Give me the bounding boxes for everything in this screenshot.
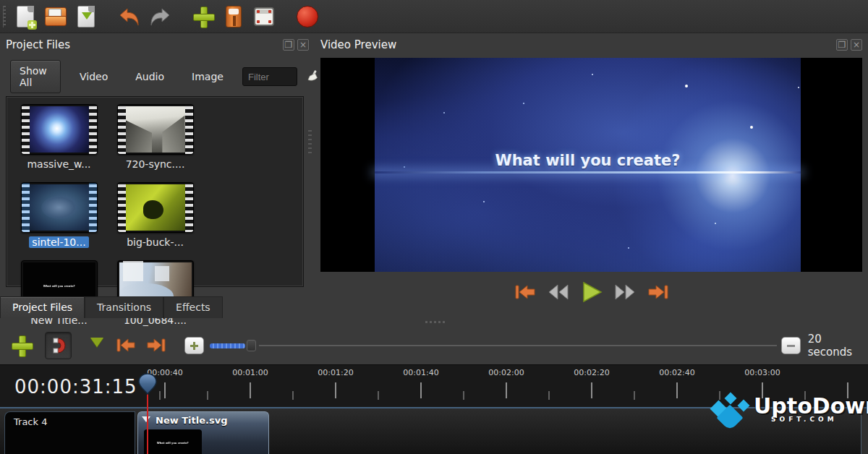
previous-marker-icon <box>115 337 137 354</box>
zoom-slider-filled[interactable] <box>210 343 245 348</box>
project-files-title: Project Files <box>6 38 70 51</box>
save-project-icon <box>77 6 95 27</box>
timeline-toolbar: 20 seconds <box>0 327 868 364</box>
uptodown-watermark: UptoDown SOFT.COM <box>710 393 868 434</box>
save-project-button[interactable] <box>72 3 100 30</box>
uptodown-logo-icon <box>710 393 752 434</box>
tab-audio[interactable]: Audio <box>127 67 173 87</box>
close-panel-icon[interactable]: × <box>851 39 862 51</box>
preview-video-frame-art: What will you create? <box>375 58 801 272</box>
rewind-icon <box>548 283 569 301</box>
add-track-icon <box>12 335 32 356</box>
snapping-toggle-button[interactable] <box>45 332 72 359</box>
dock-tab-project-files[interactable]: Project Files <box>0 296 85 318</box>
export-video-icon <box>297 6 318 27</box>
file-name-selected: sintel-10... <box>29 236 88 248</box>
tab-image[interactable]: Image <box>183 67 232 87</box>
magnet-icon <box>49 336 68 355</box>
file-card[interactable]: big-buck-... <box>107 182 203 260</box>
playhead-line <box>147 393 148 454</box>
jump-to-end-icon <box>647 283 670 301</box>
toolbar-drag-handle[interactable] <box>3 6 6 27</box>
float-panel-icon[interactable]: ❐ <box>283 39 294 51</box>
video-preview-panel: Video Preview ❐ × What will you create? <box>315 33 868 318</box>
playback-controls <box>315 280 868 304</box>
ruler-label: 00:01:20 <box>318 368 353 377</box>
zoom-out-button[interactable] <box>781 337 800 354</box>
new-project-icon <box>17 6 34 27</box>
file-card-selected[interactable]: sintel-10... <box>11 182 107 260</box>
file-card[interactable]: massive_w... <box>11 104 107 182</box>
zoom-in-button[interactable] <box>184 337 203 354</box>
add-marker-button[interactable] <box>90 338 103 354</box>
add-track-button[interactable] <box>12 335 32 356</box>
next-marker-button[interactable] <box>145 337 167 354</box>
clip-thumbnail: What will you create? <box>144 429 202 454</box>
clip-label: New Title.svg <box>156 415 228 426</box>
jump-to-end-button[interactable] <box>645 280 671 304</box>
horizontal-splitter-handle[interactable] <box>425 321 446 323</box>
tab-show-all[interactable]: Show All <box>10 60 61 93</box>
ruler-label: 00:02:40 <box>659 368 694 377</box>
jump-to-start-button[interactable] <box>512 280 538 304</box>
ruler-label: 00:01:40 <box>403 368 438 377</box>
vertical-splitter-handle[interactable] <box>308 130 312 156</box>
new-project-button[interactable] <box>12 3 39 30</box>
video-thumbnail <box>21 104 98 155</box>
fullscreen-button[interactable] <box>250 3 278 30</box>
file-card[interactable]: 720-sync.... <box>107 104 203 182</box>
project-files-grid: massive_w... 720-sync.... sintel-10... <box>6 96 304 287</box>
choose-profile-icon <box>226 6 242 27</box>
preview-overlay-text: What will you create? <box>375 152 801 169</box>
playhead-marker[interactable] <box>138 373 157 395</box>
import-files-button[interactable] <box>190 3 217 30</box>
ruler-label: 00:02:20 <box>574 368 609 377</box>
zoom-slider-handle[interactable] <box>247 340 257 351</box>
main-toolbar <box>0 0 868 33</box>
filter-input[interactable] <box>242 67 297 86</box>
jump-to-start-icon <box>514 283 537 301</box>
project-files-header: Project Files ❐ × <box>6 37 309 53</box>
video-preview-frame: What will you create? <box>320 58 862 272</box>
watermark-text: UptoDown SOFT.COM <box>754 393 868 434</box>
dock-tabs: Project Files Transitions Effects <box>0 296 315 318</box>
light-streak-decoration <box>375 171 801 174</box>
track-header[interactable]: Track 4 <box>4 411 135 454</box>
dock-tab-transitions[interactable]: Transitions <box>85 296 163 318</box>
undo-button[interactable] <box>116 3 143 30</box>
import-files-icon <box>193 7 213 27</box>
timeline-clip[interactable]: New Title.svg What will you create? <box>137 411 269 454</box>
fast-forward-icon <box>614 283 636 301</box>
add-marker-icon <box>90 338 103 354</box>
rewind-button[interactable] <box>545 280 571 304</box>
redo-button[interactable] <box>146 3 174 30</box>
video-thumbnail <box>117 104 194 155</box>
video-thumbnail <box>21 182 98 233</box>
playhead-timecode: 00:00:31:15 <box>14 376 137 398</box>
close-panel-icon[interactable]: × <box>297 39 309 51</box>
previous-marker-button[interactable] <box>115 337 137 354</box>
clip-menu-chevron-icon[interactable] <box>142 416 150 427</box>
fullscreen-icon <box>254 7 274 26</box>
tab-video[interactable]: Video <box>71 67 116 87</box>
dock-tab-effects[interactable]: Effects <box>163 296 223 318</box>
play-icon <box>581 281 603 303</box>
play-button[interactable] <box>579 280 605 304</box>
zoom-scale-label: 20 seconds <box>808 333 868 359</box>
zoom-slider-track[interactable] <box>259 345 777 346</box>
open-project-button[interactable] <box>42 3 69 30</box>
float-panel-icon[interactable]: ❐ <box>836 39 848 51</box>
watermark-subtitle: SOFT.COM <box>771 416 838 423</box>
choose-profile-button[interactable] <box>220 3 247 30</box>
watermark-brand: UptoDown <box>754 393 868 419</box>
export-video-button[interactable] <box>294 3 321 30</box>
clip-thumb-text: What will you create? <box>157 441 189 444</box>
next-marker-icon <box>145 337 167 354</box>
file-name: massive_w... <box>27 158 90 170</box>
openshot-window: Project Files ❐ × Show All Video Audio I… <box>0 0 868 454</box>
video-thumbnail <box>117 182 194 233</box>
redo-icon <box>149 7 171 26</box>
fast-forward-button[interactable] <box>612 280 638 304</box>
ruler-label: 00:03:00 <box>744 368 780 377</box>
video-preview-header: Video Preview ❐ × <box>320 37 862 53</box>
